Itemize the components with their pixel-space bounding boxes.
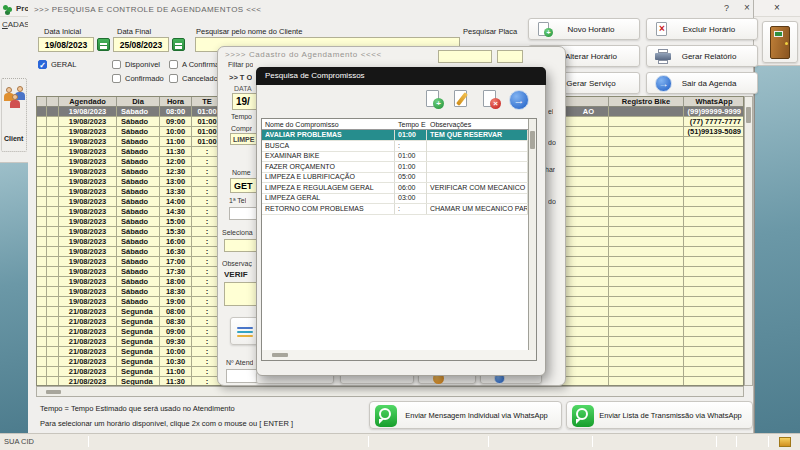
agenda-cell: 19/08/2023 xyxy=(59,247,117,257)
agenda-cell: 09:00 xyxy=(160,117,192,127)
footnote-select: Para selecionar um horário disponível, c… xyxy=(40,419,293,428)
sair-agenda-button[interactable]: → Sair da Agenda xyxy=(646,72,758,94)
agenda-cell xyxy=(609,117,684,127)
menu-cadastros[interactable]: CADAS xyxy=(2,20,30,29)
agenda-cell: 19/08/2023 xyxy=(59,217,117,227)
compromissos-exit-button[interactable]: → xyxy=(509,90,529,110)
confirmado-checkbox[interactable] xyxy=(112,74,121,83)
agenda-close-button[interactable]: × xyxy=(744,2,750,13)
agenda-cell: Sábado xyxy=(117,187,160,197)
statusbar-separator xyxy=(592,436,593,447)
footnote-tempo: Tempo = Tempo Estimado que será usado no… xyxy=(40,404,235,413)
agenda-cell: 15:30 xyxy=(160,227,192,237)
cancelados-checkbox[interactable] xyxy=(169,74,178,83)
compromissos-hscrollbar[interactable] xyxy=(262,350,536,360)
agenda-cell: Segunda xyxy=(117,317,160,327)
agenda-cell: Sábado xyxy=(117,117,160,127)
compromissos-title: Pesquisa de Compromissos xyxy=(265,71,365,80)
agenda-cell xyxy=(37,237,47,247)
agenda-cell xyxy=(609,127,684,137)
data-inicial-input[interactable] xyxy=(38,37,94,52)
novo-horario-button[interactable]: + Novo Horário xyxy=(528,18,640,40)
compromisso-cell: EXAMINAR BIKE xyxy=(262,151,395,161)
agenda-cell: Sábado xyxy=(117,157,160,167)
agenda-cell xyxy=(47,357,59,367)
agenda-hscrollbar[interactable] xyxy=(36,386,744,397)
compromisso-row[interactable]: RETORNO COM PROBLEMAS:CHAMAR UM MECANICO… xyxy=(262,204,528,215)
agenda-cell xyxy=(684,297,744,307)
agenda-cell xyxy=(37,317,47,327)
agenda-cell xyxy=(47,127,59,137)
excluir-horario-button[interactable]: × Excluir Horário xyxy=(646,18,758,40)
agenda-cell: Sábado xyxy=(117,177,160,187)
cadastro-compromisso-field[interactable]: LIMPE xyxy=(230,133,257,145)
agenda-cell: 11:30 xyxy=(160,377,192,386)
compromissos-delete-button[interactable]: × xyxy=(481,89,503,111)
agenda-cell xyxy=(609,207,684,217)
agenda-cell xyxy=(37,127,47,137)
cadastro-data-field[interactable]: 19/ xyxy=(232,93,257,110)
calendar-start-button[interactable] xyxy=(97,38,110,51)
agenda-cell xyxy=(47,317,59,327)
agenda-cell xyxy=(47,107,59,117)
agenda-cell: Segunda xyxy=(117,327,160,337)
cadastro-compromisso-label: Compr xyxy=(231,125,252,132)
gerar-relatorio-button[interactable]: Gerar Relatório xyxy=(646,45,758,67)
agenda-cell xyxy=(684,217,744,227)
whatsapp-individual-button[interactable]: Enviar Mensagem Individual via WhatsApp xyxy=(369,401,562,429)
agenda-cell: 08:00 xyxy=(160,107,192,117)
agenda-cell xyxy=(47,207,59,217)
agenda-cell: 12:00 xyxy=(160,157,192,167)
cadastro-telefone-label: 1ª Tel xyxy=(229,197,246,204)
whatsapp-broadcast-button[interactable]: Enviar Lista de Transmissão via WhatsApp xyxy=(566,401,753,429)
plate-search-label: Pesquisar Placa xyxy=(463,27,517,36)
cadastro-natend-field[interactable] xyxy=(226,369,258,383)
agenda-cell xyxy=(37,117,47,127)
desktop-right xyxy=(754,66,800,433)
agenda-cell xyxy=(47,337,59,347)
status-mini-icon xyxy=(779,437,791,447)
main-close-button[interactable]: × xyxy=(774,2,780,13)
compromisso-row[interactable]: AVALIAR PROBLEMAS01:00TEM QUE RESERVAR xyxy=(262,130,528,141)
disponivel-checkbox[interactable] xyxy=(112,60,121,69)
cadastro-observacao-field[interactable] xyxy=(224,282,257,306)
compromisso-row[interactable]: EXAMINAR BIKE01:00 xyxy=(262,151,528,162)
compromissos-header-cell: Observações xyxy=(427,119,528,130)
agenda-cell: Sábado xyxy=(117,107,160,117)
data-final-input[interactable] xyxy=(113,37,169,52)
compromissos-table[interactable]: Nome do CompromissoTempo EObservações AV… xyxy=(261,118,537,361)
compromisso-cell: BUSCA xyxy=(262,141,395,151)
clients-button[interactable]: Client xyxy=(1,78,27,152)
a-confirmar-checkbox[interactable] xyxy=(169,60,178,69)
compromisso-row[interactable]: BUSCA: xyxy=(262,141,528,152)
cadastro-selecionar-field[interactable] xyxy=(224,239,257,252)
cadastro-telefone-field[interactable] xyxy=(229,207,257,220)
cadastro-topright-field1[interactable] xyxy=(438,50,492,63)
agenda-cell: 19/08/2023 xyxy=(59,237,117,247)
agenda-cell: 19/08/2023 xyxy=(59,157,117,167)
compromissos-vscrollbar[interactable] xyxy=(528,119,536,350)
compromisso-row[interactable]: LIMPEZA GERAL03:00 xyxy=(262,193,528,204)
compromissos-edit-button[interactable] xyxy=(452,89,474,111)
agenda-cell: Sábado xyxy=(117,267,160,277)
cadastro-nome-field[interactable]: GET xyxy=(230,178,257,193)
cadastro-topright-field2[interactable] xyxy=(497,50,523,63)
agenda-cell: 16:00 xyxy=(160,237,192,247)
agenda-cell xyxy=(37,227,47,237)
statusbar-separator xyxy=(736,436,737,447)
compromissos-add-button[interactable]: + xyxy=(424,89,446,111)
agenda-cell xyxy=(684,357,744,367)
disponivel-label: Disponível xyxy=(125,60,160,69)
geral-checkbox[interactable]: ✓ xyxy=(38,60,47,69)
agenda-cell xyxy=(37,207,47,217)
compromisso-row[interactable]: LIMPEZA E LUBRIFICAÇÃO05:00 xyxy=(262,172,528,183)
agenda-cell xyxy=(609,237,684,247)
calendar-end-button[interactable] xyxy=(172,38,185,51)
exit-app-button[interactable] xyxy=(762,21,798,63)
compromisso-row[interactable]: LIMPEZA E REGULAGEM GERAL06:00VERIFICAR … xyxy=(262,183,528,194)
compromisso-cell: : xyxy=(395,204,427,214)
agenda-vscrollbar[interactable] xyxy=(744,96,753,386)
compromisso-cell: VERIFICAR COM MECANICO xyxy=(427,183,528,193)
compromisso-row[interactable]: FAZER ORÇAMENTO01:00 xyxy=(262,162,528,173)
agenda-help-button[interactable]: ? xyxy=(724,3,729,13)
